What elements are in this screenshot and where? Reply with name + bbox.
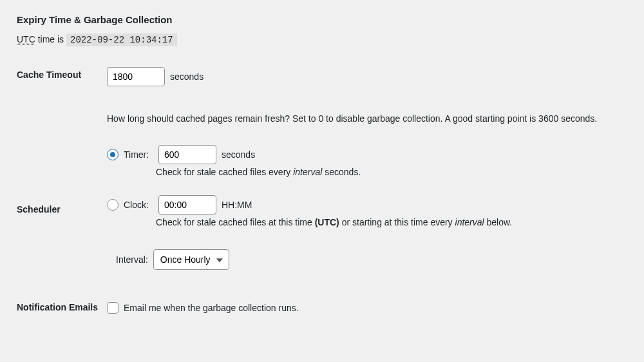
cache-timeout-label: Cache Timeout — [17, 63, 107, 145]
timer-unit: seconds — [222, 149, 255, 160]
clock-value-input[interactable] — [158, 195, 216, 214]
clock-unit: HH:MM — [222, 200, 252, 210]
timer-value-input[interactable] — [158, 145, 216, 164]
cache-timeout-input[interactable] — [107, 67, 165, 86]
clock-radio[interactable] — [107, 199, 118, 211]
interval-select[interactable]: Once Hourly — [153, 249, 229, 270]
notification-email-checkbox-label: Email me when the garbage collection run… — [124, 303, 299, 313]
timer-radio-label: Timer: — [124, 149, 153, 160]
clock-description: Check for stale cached files at this tim… — [156, 217, 627, 227]
cache-timeout-description: How long should cached pages remain fres… — [107, 112, 627, 126]
utc-abbr: UTC — [17, 34, 35, 44]
scheduler-label: Scheduler — [17, 145, 107, 276]
timer-description: Check for stale cached files every inter… — [156, 167, 627, 177]
utc-time-line: UTC time is 2022-09-22 10:34:17 — [17, 34, 627, 45]
utc-time-value: 2022-09-22 10:34:17 — [66, 33, 177, 46]
clock-radio-label: Clock: — [124, 200, 153, 210]
notification-emails-label: Notification Emails — [17, 276, 107, 320]
interval-label: Interval: — [116, 254, 148, 265]
utc-prefix: time is — [35, 34, 66, 44]
timer-radio[interactable] — [107, 149, 118, 160]
cache-timeout-unit: seconds — [170, 71, 204, 82]
notification-email-checkbox[interactable] — [107, 302, 118, 314]
section-title: Expiry Time & Garbage Collection — [17, 14, 627, 25]
